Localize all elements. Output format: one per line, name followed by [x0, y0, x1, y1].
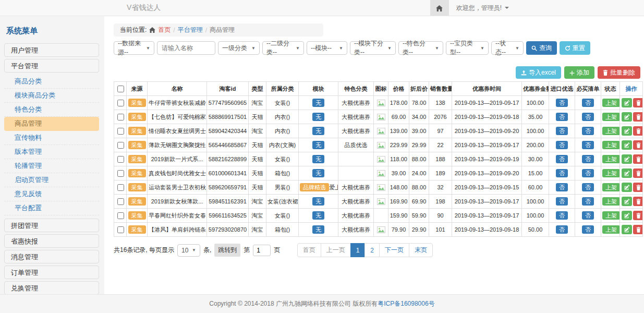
- row-checkbox[interactable]: [117, 212, 124, 219]
- must-buy-badge[interactable]: 否: [582, 127, 594, 135]
- icp-link[interactable]: 粤ICP备16098006号: [378, 299, 434, 308]
- imported-badge[interactable]: 否: [556, 99, 568, 107]
- imported-badge[interactable]: 否: [556, 141, 568, 149]
- row-checkbox[interactable]: [117, 170, 124, 177]
- data-source-select[interactable]: --数据来源--▼: [114, 41, 154, 55]
- batch-delete-button[interactable]: 批量删除: [598, 66, 640, 79]
- status-badge[interactable]: 上架: [602, 155, 620, 163]
- status-badge[interactable]: 上架: [602, 211, 620, 220]
- sidebar-subitem[interactable]: 商品管理: [4, 117, 99, 131]
- must-buy-badge[interactable]: 否: [582, 113, 594, 121]
- must-buy-badge[interactable]: 否: [582, 197, 594, 206]
- delete-button[interactable]: [633, 140, 643, 150]
- user-menu[interactable]: 欢迎您，管理员!: [449, 4, 516, 13]
- imported-badge[interactable]: 否: [556, 197, 568, 206]
- must-buy-badge[interactable]: 否: [582, 225, 594, 234]
- module-sub-category-select[interactable]: --模块下分类--▼: [350, 41, 396, 55]
- sidebar-section[interactable]: 省惠快报: [4, 234, 99, 248]
- must-buy-badge[interactable]: 否: [582, 141, 594, 149]
- sidebar-section[interactable]: 订单管理: [4, 266, 99, 279]
- page-button[interactable]: 上一页: [321, 243, 351, 257]
- delete-button[interactable]: [633, 168, 643, 178]
- page-button[interactable]: 下一页: [379, 243, 409, 257]
- status-badge[interactable]: 上架: [602, 225, 620, 234]
- row-checkbox[interactable]: [117, 142, 124, 149]
- edit-button[interactable]: [622, 183, 632, 192]
- sidebar-subitem[interactable]: 轮播管理: [4, 159, 99, 173]
- imported-badge[interactable]: 否: [556, 183, 568, 191]
- status-badge[interactable]: 上架: [602, 99, 620, 107]
- delete-button[interactable]: [633, 225, 643, 234]
- imported-badge[interactable]: 否: [556, 211, 568, 220]
- delete-button[interactable]: [633, 112, 643, 122]
- row-checkbox[interactable]: [117, 184, 124, 191]
- delete-button[interactable]: [633, 183, 643, 192]
- sidebar-subitem[interactable]: 商品分类: [4, 75, 99, 89]
- breadcrumb-platform-link[interactable]: 平台管理: [178, 26, 203, 34]
- edit-button[interactable]: [622, 112, 632, 122]
- must-buy-badge[interactable]: 否: [582, 211, 594, 220]
- status-badge[interactable]: 上架: [602, 197, 620, 206]
- edit-button[interactable]: [622, 98, 632, 107]
- delete-button[interactable]: [633, 126, 643, 136]
- row-checkbox[interactable]: [117, 198, 124, 205]
- sidebar-section[interactable]: 兑换管理: [4, 281, 99, 295]
- row-checkbox[interactable]: [117, 226, 124, 233]
- must-buy-badge[interactable]: 否: [582, 155, 594, 163]
- level1-category-select[interactable]: 一级分类▼: [218, 41, 260, 55]
- sidebar-section-user-management[interactable]: 用户管理: [4, 43, 99, 57]
- page-button[interactable]: 1: [350, 243, 366, 257]
- jump-button[interactable]: 跳转到: [214, 244, 240, 257]
- status-badge[interactable]: 上架: [602, 127, 620, 135]
- sidebar-section[interactable]: 拼团管理: [4, 219, 99, 232]
- module-select[interactable]: --模块--▼: [307, 41, 347, 55]
- imported-badge[interactable]: 否: [556, 169, 568, 177]
- edit-button[interactable]: [622, 154, 632, 164]
- imported-badge[interactable]: 否: [556, 113, 568, 121]
- page-button[interactable]: 末页: [409, 243, 433, 257]
- feature-category-select[interactable]: --特色分类--▼: [398, 41, 443, 55]
- edit-button[interactable]: [622, 225, 632, 234]
- name-search-input[interactable]: [157, 41, 215, 55]
- must-buy-badge[interactable]: 否: [582, 99, 594, 107]
- reset-button[interactable]: 重置: [560, 41, 590, 55]
- imported-badge[interactable]: 否: [556, 155, 568, 163]
- row-checkbox[interactable]: [117, 156, 124, 163]
- status-badge[interactable]: 上架: [602, 113, 620, 121]
- select-all-checkbox[interactable]: [117, 86, 124, 92]
- imported-badge[interactable]: 否: [556, 127, 568, 135]
- search-button[interactable]: 查询: [526, 41, 557, 55]
- edit-button[interactable]: [622, 126, 632, 136]
- add-button[interactable]: 添加: [564, 66, 594, 79]
- page-button[interactable]: 2: [364, 243, 380, 257]
- sidebar-subitem[interactable]: 宣传物料: [4, 131, 99, 145]
- home-button[interactable]: [430, 0, 449, 16]
- item-type-select[interactable]: --宝贝类型--▼: [446, 41, 489, 55]
- sidebar-section[interactable]: 消息管理: [4, 250, 99, 263]
- sidebar-subitem[interactable]: 特色分类: [4, 103, 99, 117]
- sidebar-subitem[interactable]: 版本管理: [4, 145, 99, 159]
- delete-button[interactable]: [633, 211, 643, 220]
- must-buy-badge[interactable]: 否: [582, 169, 594, 177]
- status-badge[interactable]: 上架: [602, 169, 620, 177]
- level2-category-select[interactable]: --二级分类--▼: [262, 41, 304, 55]
- must-buy-badge[interactable]: 否: [582, 183, 594, 191]
- sidebar-subitem[interactable]: 启动页管理: [4, 173, 99, 187]
- edit-button[interactable]: [622, 197, 632, 206]
- import-excel-button[interactable]: 导入excel: [516, 66, 561, 79]
- delete-button[interactable]: [633, 154, 643, 164]
- delete-button[interactable]: [633, 98, 643, 107]
- status-select[interactable]: --状态--▼: [491, 41, 524, 55]
- row-checkbox[interactable]: [117, 114, 124, 121]
- breadcrumb-home-link[interactable]: 首页: [158, 26, 171, 34]
- sidebar-subitem[interactable]: 模块商品分类: [4, 89, 99, 103]
- page-size-select[interactable]: 10▼: [177, 244, 200, 257]
- row-checkbox[interactable]: [117, 100, 124, 106]
- row-checkbox[interactable]: [117, 128, 124, 135]
- imported-badge[interactable]: 否: [556, 225, 568, 234]
- sidebar-subitem[interactable]: 意见反馈: [4, 187, 99, 201]
- edit-button[interactable]: [622, 211, 632, 220]
- sidebar-subitem[interactable]: 平台配置: [4, 201, 99, 215]
- sidebar-section-platform-management[interactable]: 平台管理: [4, 59, 99, 73]
- delete-button[interactable]: [633, 197, 643, 206]
